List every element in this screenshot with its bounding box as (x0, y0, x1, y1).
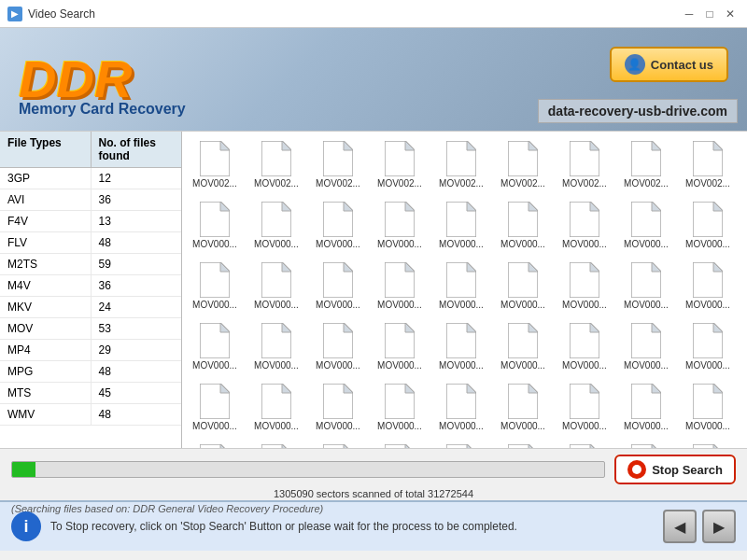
contact-button[interactable]: 👤 Contact us (610, 47, 728, 82)
file-item[interactable]: MP4000... (247, 441, 305, 448)
file-item[interactable]: MOV000... (371, 198, 429, 253)
file-item[interactable]: MOV002... (679, 137, 737, 192)
file-item[interactable]: MOV000... (247, 319, 305, 374)
file-item[interactable]: MOV002... (432, 137, 490, 192)
file-item[interactable]: MP4000... (371, 441, 429, 448)
maximize-button[interactable]: □ (700, 5, 719, 23)
file-grid-row: MOV000... MOV000... MOV000... MOV000... … (186, 378, 743, 437)
file-item[interactable]: MOV000... (617, 198, 675, 253)
file-item[interactable]: MP4000... (186, 441, 244, 448)
file-item[interactable]: MOV000... (432, 198, 490, 253)
close-button[interactable]: ✕ (721, 5, 740, 23)
file-icon (693, 444, 723, 448)
file-item[interactable]: MOV000... (371, 259, 429, 314)
file-icon (385, 262, 415, 298)
file-type-row[interactable]: FLV 48 (0, 232, 181, 254)
svg-marker-71 (713, 323, 723, 332)
file-item[interactable]: MOV000... (309, 319, 367, 374)
file-item[interactable]: MOV000... (186, 198, 244, 253)
file-item[interactable]: MOV000... (494, 319, 552, 374)
file-name: MOV000... (562, 360, 607, 371)
file-item[interactable]: MOV000... (679, 259, 737, 314)
file-item[interactable]: MOV000... (309, 259, 367, 314)
file-item[interactable]: MOV000... (186, 259, 244, 314)
file-type-name: MP4 (0, 340, 92, 360)
file-types-header: File Types No. of files found (0, 132, 181, 168)
file-item[interactable]: MOV000... (617, 319, 675, 374)
minimize-button[interactable]: ─ (680, 5, 698, 23)
svg-marker-83 (529, 384, 538, 393)
file-item[interactable]: MOV000... (679, 319, 737, 374)
file-item[interactable]: MOV000... (432, 319, 490, 374)
file-item[interactable]: MOV002... (247, 137, 305, 192)
file-icon (385, 141, 415, 176)
file-item[interactable]: MOV000... (247, 259, 305, 314)
file-type-row[interactable]: MOV 53 (0, 318, 181, 340)
file-item[interactable]: MOV002... (371, 137, 429, 192)
file-type-name: MOV (0, 318, 92, 339)
file-type-row[interactable]: M4V 36 (0, 275, 181, 297)
file-item[interactable]: MOV000... (494, 198, 552, 253)
file-item[interactable]: MOV002... (617, 137, 675, 192)
file-item[interactable]: MP4000... (556, 441, 613, 448)
file-item[interactable]: MOV000... (309, 380, 367, 435)
file-item[interactable]: MP4000... (494, 441, 552, 448)
file-item[interactable]: MOV000... (432, 259, 490, 314)
file-icon (570, 262, 599, 298)
file-item[interactable]: MP4000... (309, 441, 367, 448)
file-item[interactable]: MOV000... (556, 259, 613, 314)
file-item[interactable]: MOV000... (309, 198, 367, 253)
file-type-name: MTS (0, 383, 92, 403)
file-type-row[interactable]: MKV 24 (0, 297, 181, 318)
file-item[interactable]: MOV002... (556, 137, 613, 192)
file-item[interactable]: MOV000... (371, 380, 429, 435)
bottom-message: To Stop recovery, click on 'Stop Search'… (50, 520, 654, 533)
file-item[interactable]: MOV000... (556, 319, 613, 374)
file-item[interactable]: MOV002... (309, 137, 367, 192)
file-item[interactable]: MOV000... (494, 259, 552, 314)
col-files-found-header: No. of files found (92, 132, 182, 167)
file-item[interactable]: MOV000... (679, 380, 737, 435)
svg-marker-55 (220, 323, 230, 332)
file-item[interactable]: MOV000... (556, 380, 613, 435)
file-type-row[interactable]: WMV 48 (0, 404, 181, 426)
stop-search-button[interactable]: Stop Search (614, 455, 736, 484)
next-button[interactable]: ▶ (702, 510, 736, 543)
file-type-row[interactable]: F4V 13 (0, 211, 181, 232)
file-type-count: 48 (92, 232, 182, 253)
file-grid-panel: MOV002... MOV002... MOV002... MOV002... … (182, 132, 747, 448)
svg-marker-25 (405, 202, 415, 211)
file-type-row[interactable]: M2TS 59 (0, 254, 181, 275)
file-type-count: 36 (92, 275, 182, 296)
file-item[interactable]: MOV000... (679, 198, 737, 253)
file-type-row[interactable]: MP4 29 (0, 340, 181, 361)
file-item[interactable]: MOV002... (494, 137, 552, 192)
svg-marker-11 (529, 141, 538, 150)
file-item[interactable]: MP4000... (679, 441, 737, 448)
svg-marker-45 (467, 262, 476, 272)
file-item[interactable]: MOV000... (556, 198, 613, 253)
file-type-row[interactable]: MPG 48 (0, 361, 181, 383)
file-type-row[interactable]: 3GP 12 (0, 168, 181, 189)
back-button[interactable]: ◀ (663, 510, 697, 543)
contact-icon: 👤 (625, 54, 645, 75)
file-type-count: 48 (92, 361, 182, 382)
file-item[interactable]: MOV000... (186, 380, 244, 435)
file-item[interactable]: MOV000... (617, 259, 675, 314)
svg-marker-31 (590, 202, 599, 211)
file-name: MOV000... (377, 239, 422, 249)
file-type-row[interactable]: AVI 36 (0, 189, 181, 211)
file-item[interactable]: MOV000... (247, 380, 305, 435)
file-item[interactable]: MOV000... (247, 198, 305, 253)
file-item[interactable]: MOV000... (617, 380, 675, 435)
file-item[interactable]: MP4000... (617, 441, 675, 448)
file-item[interactable]: MOV002... (186, 137, 244, 192)
file-item[interactable]: MP4000... (432, 441, 490, 448)
file-type-name: M2TS (0, 254, 92, 274)
file-item[interactable]: MOV000... (371, 319, 429, 374)
file-item[interactable]: MOV000... (494, 380, 552, 435)
file-item[interactable]: MOV000... (432, 380, 490, 435)
svg-marker-47 (529, 262, 538, 272)
file-type-row[interactable]: MTS 45 (0, 383, 181, 404)
file-item[interactable]: MOV000... (186, 319, 244, 374)
